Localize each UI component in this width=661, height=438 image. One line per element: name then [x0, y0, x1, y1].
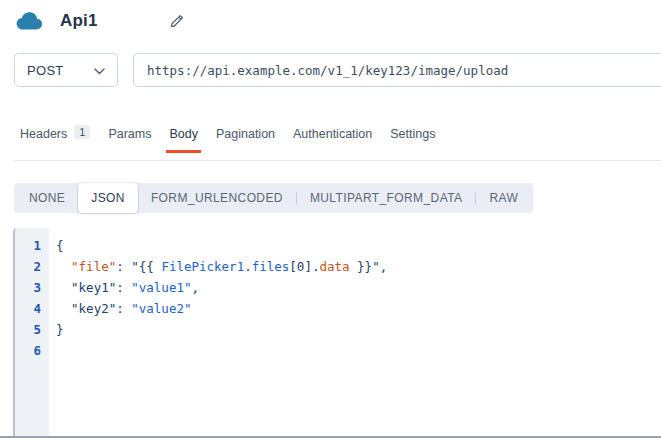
line-number: 5	[15, 319, 49, 340]
tab-settings[interactable]: Settings	[390, 127, 435, 155]
code-token: }	[56, 322, 64, 337]
body-type-json[interactable]: JSON	[78, 183, 138, 213]
tab-pagination[interactable]: Pagination	[216, 127, 275, 155]
api-query-editor: Api1 POST Headers 1 Params Body P	[0, 0, 661, 438]
tab-label: Authentication	[293, 127, 372, 141]
code-token: data	[319, 259, 349, 274]
code-token: .	[244, 259, 252, 274]
method-select[interactable]: POST	[14, 53, 118, 87]
tabs-divider	[14, 160, 661, 161]
query-header: Api1	[15, 8, 186, 34]
code-token: "key2":	[56, 301, 131, 316]
tab-label: Headers	[20, 127, 67, 141]
body-type-raw[interactable]: RAW	[476, 183, 531, 213]
code-lines[interactable]: { "file": "{{ FilePicker1.files[0].data …	[49, 228, 661, 436]
code-line[interactable]: "file": "{{ FilePicker1.files[0].data }}…	[56, 256, 661, 277]
request-tabs: Headers 1 Params Body Pagination Authent…	[20, 127, 435, 155]
body-type-selector: NONE JSON FORM_URLENCODED MULTIPART_FORM…	[14, 183, 533, 213]
tab-body[interactable]: Body	[169, 127, 198, 155]
cloud-icon	[15, 10, 44, 32]
tab-params[interactable]: Params	[108, 127, 151, 155]
line-number: 4	[15, 298, 49, 319]
tab-label: Pagination	[216, 127, 275, 141]
query-title: Api1	[60, 11, 98, 31]
code-token	[56, 259, 71, 274]
method-label: POST	[27, 63, 64, 78]
body-type-form-urlencoded[interactable]: FORM_URLENCODED	[138, 183, 296, 213]
tab-label: Body	[169, 127, 198, 141]
line-number: 6	[15, 340, 49, 361]
code-line[interactable]: "key1": "value1",	[56, 277, 661, 298]
body-type-none[interactable]: NONE	[16, 183, 78, 213]
pencil-edit-icon[interactable]	[168, 12, 186, 30]
line-numbers: 123456	[13, 228, 49, 436]
json-body-editor[interactable]: 123456 { "file": "{{ FilePicker1.files[0…	[13, 228, 661, 436]
code-line[interactable]: }	[56, 319, 661, 340]
code-token: ,	[191, 280, 199, 295]
code-line[interactable]	[56, 340, 661, 361]
line-number: 2	[15, 256, 49, 277]
code-token: "value1"	[131, 280, 191, 295]
tab-authentication[interactable]: Authentication	[293, 127, 372, 155]
url-input[interactable]	[133, 53, 661, 87]
code-token: "file"	[71, 259, 116, 274]
tab-label: Params	[108, 127, 151, 141]
tab-headers[interactable]: Headers 1	[20, 127, 90, 155]
code-token: [0].	[289, 259, 319, 274]
line-number: 1	[15, 235, 49, 256]
code-line[interactable]: "key2": "value2"	[56, 298, 661, 319]
code-token: {	[56, 238, 64, 253]
body-type-multipart-form-data[interactable]: MULTIPART_FORM_DATA	[297, 183, 476, 213]
tab-label: Settings	[390, 127, 435, 141]
code-token: files	[252, 259, 290, 274]
line-number: 3	[15, 277, 49, 298]
chevron-down-icon	[94, 61, 105, 79]
code-line[interactable]: {	[56, 235, 661, 256]
headers-count-badge: 1	[74, 125, 90, 139]
code-token: FilePicker1	[161, 259, 244, 274]
code-token: "value2"	[131, 301, 191, 316]
code-token: "key1":	[56, 280, 131, 295]
code-token: : "{{	[116, 259, 161, 274]
code-token: }}",	[350, 259, 388, 274]
